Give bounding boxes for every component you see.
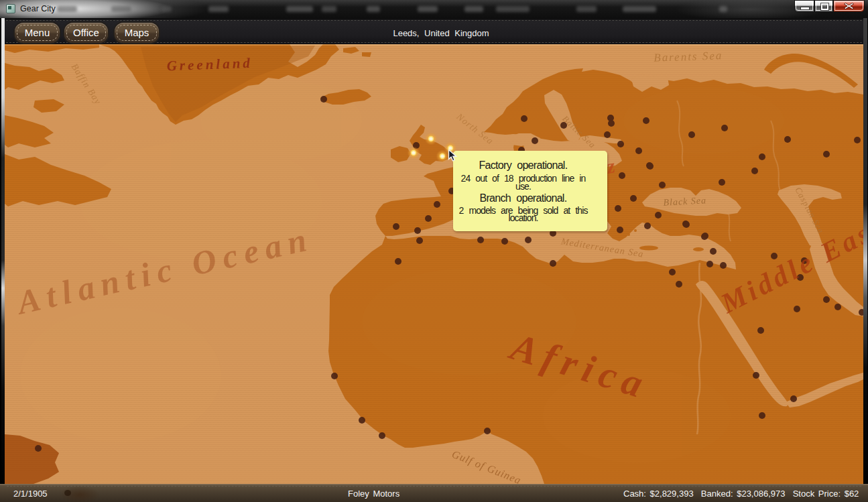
svg-text:Greenland: Greenland	[166, 55, 253, 74]
svg-text:Barents Sea: Barents Sea	[654, 49, 723, 64]
